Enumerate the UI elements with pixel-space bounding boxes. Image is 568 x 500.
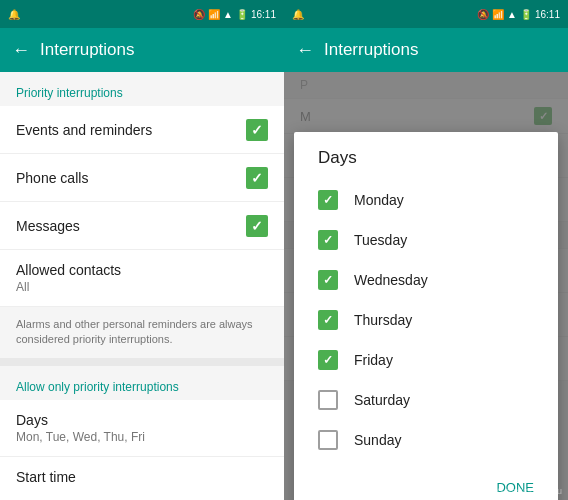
right-panel: 🔔 🔕 📶 ▲ 🔋 16:11 ← Interruptions P M ✓ A … [284, 0, 568, 500]
phone-calls-label: Phone calls [16, 170, 88, 186]
dialog-thursday-item[interactable]: Thursday [294, 300, 558, 340]
left-content: Priority interruptions Events and remind… [0, 72, 284, 500]
sunday-checkbox[interactable] [318, 430, 338, 450]
right-status-bar: 🔔 🔕 📶 ▲ 🔋 16:11 [284, 0, 568, 28]
messages-text: Messages [16, 218, 80, 234]
events-reminders-item[interactable]: Events and reminders [0, 106, 284, 154]
left-time: 16:11 [251, 9, 276, 20]
allow-only-header: Allow only priority interruptions [0, 366, 284, 400]
thursday-checkbox[interactable] [318, 310, 338, 330]
wifi-icon: ▲ [223, 9, 233, 20]
priority-interruptions-header: Priority interruptions [0, 72, 284, 106]
left-status-bar: 🔔 🔕 📶 ▲ 🔋 16:11 [0, 0, 284, 28]
left-toolbar: ← Interruptions [0, 28, 284, 72]
events-reminders-text: Events and reminders [16, 122, 152, 138]
right-mute-icon: 🔕 [477, 9, 489, 20]
dialog-title: Days [294, 148, 558, 180]
days-sub: Mon, Tue, Wed, Thu, Fri [16, 430, 145, 444]
days-dialog: Days Monday Tuesday Wednesday Thursday F… [294, 132, 558, 500]
start-time-label: Start time [16, 469, 76, 485]
dialog-sunday-item[interactable]: Sunday [294, 420, 558, 460]
monday-label: Monday [354, 192, 404, 208]
days-label: Days [16, 412, 48, 428]
left-panel: 🔔 🔕 📶 ▲ 🔋 16:11 ← Interruptions Priority… [0, 0, 284, 500]
wednesday-checkbox[interactable] [318, 270, 338, 290]
friday-checkbox[interactable] [318, 350, 338, 370]
days-item[interactable]: Days Mon, Tue, Wed, Thu, Fri [0, 400, 284, 457]
right-bg: P M ✓ A Al... Al... co... Al... D N... S… [284, 72, 568, 500]
left-status-notification-icon: 🔔 [8, 9, 20, 20]
allowed-contacts-sub: All [16, 280, 29, 294]
right-toolbar: ← Interruptions [284, 28, 568, 72]
mute-icon: 🔕 [193, 9, 205, 20]
dialog-wednesday-item[interactable]: Wednesday [294, 260, 558, 300]
watermark: Galaxynoteall.ru [497, 486, 562, 496]
allowed-contacts-item[interactable]: Allowed contacts All [0, 250, 284, 307]
right-time: 16:11 [535, 9, 560, 20]
dialog-friday-item[interactable]: Friday [294, 340, 558, 380]
saturday-checkbox[interactable] [318, 390, 338, 410]
phone-calls-checkbox[interactable] [246, 167, 268, 189]
dialog-saturday-item[interactable]: Saturday [294, 380, 558, 420]
allowed-contacts-label: Allowed contacts [16, 262, 121, 278]
dialog-tuesday-item[interactable]: Tuesday [294, 220, 558, 260]
right-status-notification: 🔔 [292, 9, 304, 20]
right-status-icons: 🔕 📶 ▲ 🔋 16:11 [477, 9, 560, 20]
left-toolbar-title: Interruptions [40, 40, 135, 60]
messages-label: Messages [16, 218, 80, 234]
signal-icon: 📶 [208, 9, 220, 20]
wednesday-label: Wednesday [354, 272, 428, 288]
left-status-icons: 🔕 📶 ▲ 🔋 16:11 [193, 9, 276, 20]
phone-calls-item[interactable]: Phone calls [0, 154, 284, 202]
battery-icon: 🔋 [236, 9, 248, 20]
start-time-item[interactable]: Start time [0, 457, 284, 500]
section-divider [0, 358, 284, 366]
right-wifi-icon: ▲ [507, 9, 517, 20]
events-reminders-label: Events and reminders [16, 122, 152, 138]
tuesday-checkbox[interactable] [318, 230, 338, 250]
tuesday-label: Tuesday [354, 232, 407, 248]
friday-label: Friday [354, 352, 393, 368]
phone-calls-text: Phone calls [16, 170, 88, 186]
events-reminders-checkbox[interactable] [246, 119, 268, 141]
right-back-button[interactable]: ← [296, 40, 314, 61]
messages-checkbox[interactable] [246, 215, 268, 237]
messages-item[interactable]: Messages [0, 202, 284, 250]
thursday-label: Thursday [354, 312, 412, 328]
monday-checkbox[interactable] [318, 190, 338, 210]
dialog-monday-item[interactable]: Monday [294, 180, 558, 220]
right-battery-icon: 🔋 [520, 9, 532, 20]
left-back-button[interactable]: ← [12, 40, 30, 61]
priority-note: Alarms and other personal reminders are … [0, 307, 284, 358]
sunday-label: Sunday [354, 432, 401, 448]
right-signal-icon: 📶 [492, 9, 504, 20]
right-toolbar-title: Interruptions [324, 40, 419, 60]
saturday-label: Saturday [354, 392, 410, 408]
